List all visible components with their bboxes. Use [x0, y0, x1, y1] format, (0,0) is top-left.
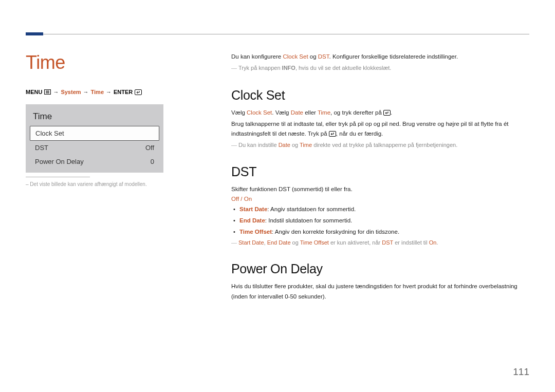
text: , hvis du vil se det aktuelle klokkeslæt… — [295, 65, 391, 71]
brand-mark — [26, 32, 43, 35]
text: . — [391, 109, 392, 116]
breadcrumb-time: Time — [91, 89, 104, 95]
breadcrumb-menu-label: MENU — [26, 89, 42, 95]
text: direkte ved at trykke på talknapperne på… — [312, 142, 457, 148]
text-highlight: Clock Set — [247, 109, 272, 116]
text-highlight: Start Date — [238, 239, 264, 246]
note-dash-icon: ― — [231, 140, 238, 150]
dst-off-on-values: Off / On — [231, 196, 529, 202]
text-highlight: Time Offset — [239, 229, 272, 235]
right-column: Du kan konfigurere Clock Set og DST. Kon… — [231, 52, 529, 303]
arrow-icon: → — [53, 89, 59, 95]
arrow-icon: → — [106, 89, 112, 95]
text: . — [436, 239, 438, 246]
text: eller — [303, 109, 318, 116]
text: og — [308, 53, 318, 60]
section-heading-clock-set: Clock Set — [231, 88, 529, 103]
section-heading-power-on-delay: Power On Delay — [231, 262, 529, 276]
enter-icon — [329, 131, 336, 137]
text: Du kan konfigurere — [231, 53, 283, 60]
text: : Angiv startdatoen for sommertid. — [267, 206, 356, 212]
text-bold: INFO — [282, 65, 295, 71]
page-title: Time — [26, 52, 206, 73]
intro-note: ―Tryk på knappen INFO, hvis du vil se de… — [231, 63, 529, 73]
text-highlight: End Date — [239, 217, 265, 223]
note-dash-icon: ― — [231, 238, 238, 248]
top-divider — [26, 30, 529, 34]
menu-item-power-on-delay[interactable]: Power On Delay 0 — [30, 155, 159, 169]
text-highlight: Clock Set — [283, 53, 308, 60]
list-item: Start Date: Angiv startdatoen for sommer… — [239, 204, 529, 215]
breadcrumb-enter-label: ENTER — [114, 89, 133, 95]
breadcrumb-system: System — [61, 89, 81, 95]
menu-item-dst[interactable]: DST Off — [30, 141, 159, 155]
text: . Vælg — [272, 109, 290, 116]
text: Tryk på knappen — [238, 65, 282, 71]
text: : Angiv den korrekte forskydning for din… — [272, 229, 399, 235]
dst-bullet-list: Start Date: Angiv startdatoen for sommer… — [231, 204, 529, 238]
menu-item-label: Power On Delay — [35, 158, 84, 165]
text: , og tryk derefter på — [330, 109, 383, 116]
intro-paragraph: Du kan konfigurere Clock Set og DST. Kon… — [231, 52, 529, 62]
list-item: End Date: Indstil slutdatoen for sommert… — [239, 215, 529, 227]
menu-item-value: Off — [145, 144, 154, 152]
text: . Konfigurer forskellige tidsrelaterede … — [329, 53, 458, 60]
text: Du kan indstille — [238, 142, 279, 148]
page-number: 111 — [513, 366, 529, 378]
clock-set-p2: Brug talknapperne til at indtaste tal, e… — [231, 119, 529, 139]
text-highlight: DST — [318, 53, 329, 60]
menu-widget-title: Time — [30, 108, 159, 126]
text: og — [291, 239, 300, 246]
text: , når du er færdig. — [336, 130, 383, 137]
clock-set-p1: Vælg Clock Set. Vælg Date eller Time, og… — [231, 108, 529, 118]
menu-item-label: Clock Set — [35, 129, 64, 137]
text: er kun aktiveret, når — [329, 239, 382, 246]
text-highlight: Time Offset — [300, 239, 329, 246]
menu-widget: Time Clock Set DST Off Power On Delay 0 — [26, 104, 163, 173]
image-caption: – Det viste billede kan variere afhængig… — [26, 180, 206, 188]
text-highlight: Date — [279, 142, 290, 148]
section-heading-dst: DST — [231, 164, 529, 179]
enter-icon — [383, 110, 391, 116]
list-item: Time Offset: Angiv den korrekte forskydn… — [239, 227, 529, 238]
dst-note: ―Start Date, End Date og Time Offset er … — [231, 238, 529, 248]
left-column: Time MENU → System → Time → ENTER Time C… — [26, 52, 231, 303]
text-highlight: Date — [291, 109, 303, 116]
text: Vælg — [231, 109, 247, 116]
caption-dash: – — [26, 181, 29, 187]
arrow-icon: → — [83, 89, 89, 95]
breadcrumb: MENU → System → Time → ENTER — [26, 89, 206, 95]
text: og — [290, 142, 300, 148]
menu-icon — [44, 89, 51, 95]
text: er indstillet til — [393, 239, 429, 246]
dst-p1: Skifter funktionen DST (sommertid) til e… — [231, 184, 529, 195]
text-highlight: On — [429, 239, 437, 246]
text-highlight: Start Date — [239, 206, 267, 212]
left-divider — [26, 177, 90, 177]
note-dash-icon: ― — [231, 63, 238, 73]
text-highlight: End Date — [267, 239, 291, 246]
menu-item-value: 0 — [151, 158, 154, 165]
text-highlight: Time — [300, 142, 312, 148]
text: : Indstil slutdatoen for sommertid. — [265, 217, 352, 223]
manual-page: Time MENU → System → Time → ENTER Time C… — [0, 0, 555, 303]
menu-item-label: DST — [35, 144, 48, 152]
menu-item-clock-set[interactable]: Clock Set — [30, 126, 159, 141]
power-on-delay-p1: Hvis du tilslutter flere produkter, skal… — [231, 282, 529, 302]
caption-text: Det viste billede kan variere afhængigt … — [30, 181, 146, 187]
clock-set-note: ―Du kan indstille Date og Time direkte v… — [231, 140, 529, 150]
enter-icon — [135, 89, 142, 95]
text-highlight: Time — [318, 109, 330, 116]
text-highlight: DST — [382, 239, 393, 246]
